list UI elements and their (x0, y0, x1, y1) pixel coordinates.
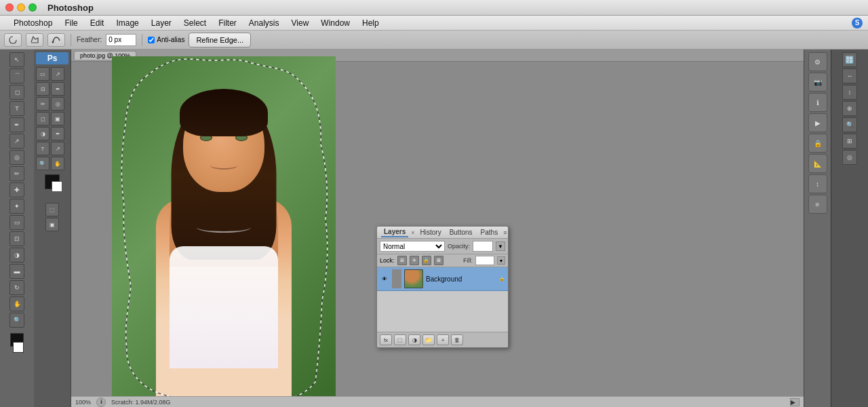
layer-fx-button[interactable]: fx (380, 334, 392, 345)
mini-tool-11[interactable]: ▭ (9, 215, 24, 230)
lock-position-icon[interactable]: ✛ (410, 256, 419, 265)
ps-clone-tool[interactable]: ◎ (51, 97, 64, 111)
mini-tool-9[interactable]: ✚ (9, 182, 24, 197)
rp-lock-button[interactable]: 🔒 (808, 134, 827, 153)
menu-item-view[interactable]: View (286, 17, 315, 29)
ps-text-tool[interactable]: T (36, 142, 50, 155)
far-right-tool-6[interactable]: ⊞ (842, 134, 857, 149)
background-layer-row[interactable]: 👁 Background 🔒 (377, 267, 508, 291)
antialias-checkbox[interactable] (148, 37, 155, 43)
rp-camera-button[interactable]: 📷 (808, 73, 827, 92)
opacity-input[interactable] (473, 241, 493, 252)
layer-mask-button[interactable]: ⬚ (394, 334, 406, 345)
far-right-tool-7[interactable]: ◎ (842, 150, 857, 165)
ps-eraser-tool[interactable]: ◻ (36, 112, 50, 125)
close-button[interactable] (5, 3, 14, 12)
fill-arrow[interactable]: ▼ (497, 256, 505, 265)
ps-brush-tool[interactable]: ✏ (36, 97, 50, 111)
refine-edge-button[interactable]: Refine Edge... (189, 33, 251, 47)
lock-extra-icon[interactable]: ⊠ (434, 256, 443, 265)
tab-paths[interactable]: Paths (478, 228, 501, 237)
status-info-icon[interactable]: ℹ (96, 398, 106, 407)
minimize-button[interactable] (17, 3, 25, 12)
photo-canvas[interactable] (112, 56, 336, 402)
mini-tool-7[interactable]: ◎ (9, 150, 24, 165)
tab-history[interactable]: History (418, 228, 444, 237)
ps-fg-color[interactable] (45, 174, 60, 189)
rp-info-button[interactable]: ℹ (808, 93, 827, 112)
panel-options-icon[interactable]: ≡ (503, 229, 507, 236)
ps-pen-tool[interactable]: ✒ (51, 127, 64, 140)
far-right-tool-1[interactable]: 🔠 (842, 52, 857, 67)
lock-all-icon[interactable]: 🔒 (422, 256, 431, 265)
background-color-swatch[interactable] (13, 342, 24, 353)
menu-item-select[interactable]: Select (178, 17, 212, 29)
rp-menu-button[interactable]: ≡ (808, 195, 827, 214)
far-right-tool-3[interactable]: ↕ (842, 85, 857, 100)
blend-mode-select[interactable]: Normal (380, 241, 445, 252)
mini-tool-2[interactable]: ⌒ (9, 69, 24, 83)
fill-input[interactable] (475, 256, 494, 265)
rp-play-button[interactable]: ▶ (808, 113, 827, 132)
lock-pixels-icon[interactable]: ⊞ (397, 256, 407, 265)
mini-tool-17[interactable]: 🔍 (9, 313, 24, 328)
right-panel: ⚙ 📷 ℹ ▶ 🔒 📐 ↕ ≡ (804, 50, 831, 407)
mini-tool-14[interactable]: ▬ (9, 264, 24, 279)
mini-tool-6[interactable]: ↗ (9, 134, 24, 149)
ps-gradient-tool[interactable]: ▣ (51, 112, 64, 125)
magnetic-lasso-button[interactable] (47, 33, 65, 47)
ps-dodge-tool[interactable]: ◑ (36, 127, 50, 140)
layer-group-button[interactable]: 📁 (422, 334, 435, 345)
rp-arrow-button[interactable]: ↕ (808, 174, 827, 193)
polygonal-lasso-button[interactable] (26, 33, 43, 47)
menu-item-app[interactable]: Photoshop (8, 17, 58, 29)
new-layer-button[interactable]: + (437, 334, 449, 345)
mini-tool-10[interactable]: ✦ (9, 199, 24, 214)
ps-bg-color[interactable] (52, 181, 62, 192)
ps-screen-mode[interactable]: ▣ (45, 218, 59, 231)
ps-quick-mask[interactable]: ⬚ (45, 203, 59, 216)
maximize-button[interactable] (28, 3, 37, 12)
delete-layer-button[interactable]: 🗑 (451, 334, 463, 345)
antialias-check[interactable]: Anti-alias (148, 36, 184, 43)
tab-buttons[interactable]: Buttons (447, 228, 475, 237)
ps-hand-tool[interactable]: ✋ (51, 157, 64, 170)
opacity-arrow[interactable]: ▼ (496, 241, 505, 251)
far-right-tool-4[interactable]: ⊕ (842, 101, 857, 116)
mini-tool-4[interactable]: T (9, 101, 24, 116)
mini-tool-16[interactable]: ✋ (9, 296, 24, 311)
lasso-tool-button[interactable] (4, 33, 22, 47)
far-right-tool-2[interactable]: ↔ (842, 69, 857, 83)
ps-crop-tool[interactable]: ⊡ (36, 82, 50, 96)
menu-item-image[interactable]: Image (111, 17, 144, 29)
mini-tool-15[interactable]: ↻ (9, 280, 24, 295)
mini-tool-5[interactable]: ✒ (9, 117, 24, 132)
search-icon[interactable]: S (852, 18, 863, 28)
tab-layers[interactable]: Layers (381, 227, 408, 237)
far-right-tool-5[interactable]: 🔍 (842, 117, 857, 132)
layers-close-icon[interactable]: × (411, 229, 414, 236)
rp-measure-button[interactable]: 📐 (808, 154, 827, 173)
menu-item-help[interactable]: Help (357, 17, 384, 29)
rp-gear-button[interactable]: ⚙ (808, 52, 827, 71)
menu-item-window[interactable]: Window (315, 17, 355, 29)
mini-tool-12[interactable]: ⊡ (9, 231, 24, 246)
menu-item-file[interactable]: File (59, 17, 83, 29)
ps-eyedropper-tool[interactable]: ✒ (51, 82, 64, 96)
menu-item-layer[interactable]: Layer (146, 17, 177, 29)
mini-tool-13[interactable]: ◑ (9, 248, 24, 263)
layer-adjustment-button[interactable]: ◑ (408, 334, 420, 345)
mini-tool-3[interactable]: ◻ (9, 85, 24, 100)
menu-item-edit[interactable]: Edit (85, 17, 110, 29)
menu-item-filter[interactable]: Filter (213, 17, 242, 29)
ps-zoom-tool[interactable]: 🔍 (36, 157, 50, 170)
ps-path-tool[interactable]: ↗ (51, 142, 64, 155)
scroll-right-button[interactable]: ▶ (790, 398, 800, 406)
mini-tool-8[interactable]: ✏ (9, 166, 24, 181)
layer-visibility-icon[interactable]: 👁 (380, 274, 389, 284)
ps-marquee-rect[interactable]: ▭ (36, 67, 50, 81)
mini-tool-1[interactable]: ↖ (9, 52, 24, 67)
ps-arrow-tool[interactable]: ↗ (51, 67, 64, 81)
feather-input[interactable] (106, 34, 136, 46)
menu-item-analysis[interactable]: Analysis (243, 17, 285, 29)
